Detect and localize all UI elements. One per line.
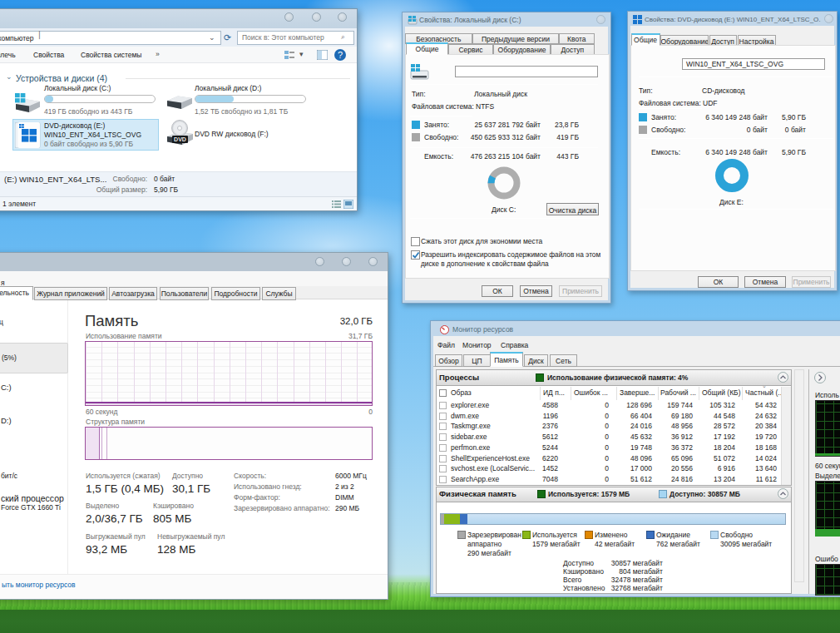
svg-text:?: ? xyxy=(338,50,343,60)
svg-text:DVD: DVD xyxy=(174,136,186,142)
